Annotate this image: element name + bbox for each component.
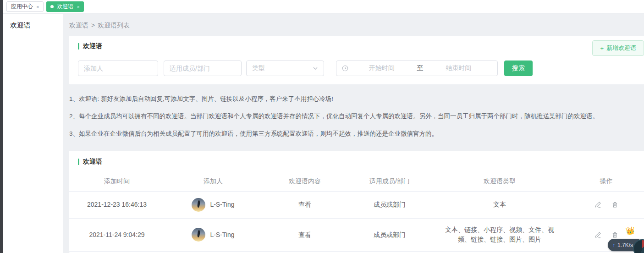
close-icon[interactable]: ×	[77, 4, 79, 10]
table-card: 欢迎语 添加时间 添加人 欢迎语内容 适用成员/部门 欢迎语类型 操作 2021…	[69, 151, 644, 253]
cell-type: 文本、链接、小程序、视频、文件、视频、链接、链接、图片、图片	[431, 219, 568, 251]
tips-list: 1、欢迎语: 新好友添加后自动回复,可添加文字、图片、链接以及小程序，客户来了不…	[63, 84, 644, 151]
breadcrumb-parent[interactable]: 欢迎语	[69, 22, 88, 29]
edit-icon[interactable]	[594, 201, 601, 208]
col-header-scope: 适用成员/部门	[348, 170, 431, 193]
cell-adder: L-S-Ting	[165, 192, 261, 218]
col-header-adder: 添加人	[165, 170, 261, 193]
table-row: 2021-12-23 16:46:13 L-S-Ting 查看 成员或部门 文本	[69, 192, 644, 219]
avatar	[192, 198, 205, 212]
type-select[interactable]: 类型	[246, 60, 324, 76]
tab-bar: 应用中心 × 欢迎语 ×	[3, 0, 644, 14]
adder-name: L-S-Ting	[210, 200, 234, 210]
welcome-table: 添加时间 添加人 欢迎语内容 适用成员/部门 欢迎语类型 操作 2021-12-…	[69, 172, 644, 253]
breadcrumb-current: 欢迎语列表	[98, 22, 130, 29]
chevron-down-icon	[313, 66, 318, 71]
cell-type: 文本	[431, 193, 568, 216]
tab-label: 应用中心	[11, 3, 33, 11]
cell-content: 查看	[261, 224, 348, 247]
sidebar-item-welcome-message[interactable]: 欢迎语	[3, 14, 63, 30]
cell-scope: 成员或部门	[348, 224, 431, 247]
speed-value: 1.7K/s	[617, 242, 633, 248]
clock-icon	[342, 65, 348, 72]
breadcrumb-separator: >	[91, 22, 95, 29]
section-accent-bar	[78, 43, 79, 50]
cell-adder: L-S-Ting	[165, 221, 261, 248]
col-header-type: 欢迎语类型	[431, 170, 568, 193]
active-dot-icon	[50, 5, 54, 8]
breadcrumb: 欢迎语>欢迎语列表	[63, 14, 644, 36]
tab-app-center[interactable]: 应用中心 ×	[6, 1, 44, 12]
range-separator: 至	[415, 64, 425, 72]
search-button[interactable]: 搜索	[504, 60, 533, 76]
plus-icon: +	[600, 45, 604, 52]
table-row: 2021-11-24 9:04:29 L-S-Ting 查看 成员或部门 文本、…	[69, 219, 644, 252]
sidebar: 欢迎语	[3, 14, 63, 253]
view-link[interactable]: 查看	[298, 200, 311, 210]
table-header-row: 添加时间 添加人 欢迎语内容 适用成员/部门 欢迎语类型 操作	[69, 172, 644, 192]
cell-time: 2021-12-23 16:46:13	[69, 193, 165, 216]
app-window: 应用中心 × 欢迎语 × 欢迎语 欢迎语>欢迎语列表 欢迎语 + 新增欢迎语	[0, 0, 644, 253]
date-range-picker[interactable]: 开始时间 至 结束时间	[336, 60, 498, 76]
main-content: 欢迎语>欢迎语列表 欢迎语 + 新增欢迎语 类型	[63, 14, 644, 253]
section-title: 欢迎语	[83, 158, 102, 166]
tip-line: 3、如果企业在企业微信后台为相关成员配置了可用的欢迎语，使用第三方系统配置欢迎语…	[69, 130, 635, 138]
tip-line: 2、每个企业成员均可以拥有不同的欢迎语。当部门欢迎语和个人专属的欢迎语并存的情况…	[69, 112, 635, 121]
add-welcome-label: 新增欢迎语	[606, 44, 636, 52]
edit-icon[interactable]	[594, 231, 601, 238]
col-header-actions: 操作	[568, 170, 644, 193]
tab-welcome-message[interactable]: 欢迎语 ×	[46, 1, 83, 12]
start-time-placeholder[interactable]: 开始时间	[348, 64, 415, 72]
tab-label: 欢迎语	[57, 3, 73, 11]
cell-scope: 成员或部门	[348, 193, 431, 216]
avatar	[192, 228, 205, 242]
section-title: 欢迎语	[83, 42, 102, 50]
cell-content: 查看	[261, 193, 348, 216]
view-link[interactable]: 查看	[298, 230, 311, 240]
close-icon[interactable]: ×	[36, 4, 39, 10]
delete-icon[interactable]	[611, 231, 618, 238]
end-time-placeholder[interactable]: 结束时间	[425, 64, 492, 72]
cell-actions	[568, 195, 644, 214]
up-arrow-icon: ↑	[612, 242, 615, 248]
col-header-content: 欢迎语内容	[261, 170, 348, 193]
adder-name: L-S-Ting	[210, 230, 234, 240]
member-department-input[interactable]	[164, 60, 242, 76]
adder-input[interactable]	[78, 60, 158, 76]
section-accent-bar	[78, 159, 79, 165]
delete-icon[interactable]	[611, 201, 618, 208]
add-welcome-button[interactable]: + 新增欢迎语	[592, 40, 644, 56]
col-header-time: 添加时间	[69, 170, 165, 193]
filter-card: 欢迎语 + 新增欢迎语 类型	[69, 36, 644, 84]
filter-row: 类型 开始时间 至 结束时间 搜索	[69, 60, 644, 76]
tip-line: 1、欢迎语: 新好友添加后自动回复,可添加文字、图片、链接以及小程序，客户来了不…	[69, 95, 635, 104]
type-select-value: 类型	[252, 64, 265, 72]
cell-time: 2021-11-24 9:04:29	[69, 224, 165, 247]
